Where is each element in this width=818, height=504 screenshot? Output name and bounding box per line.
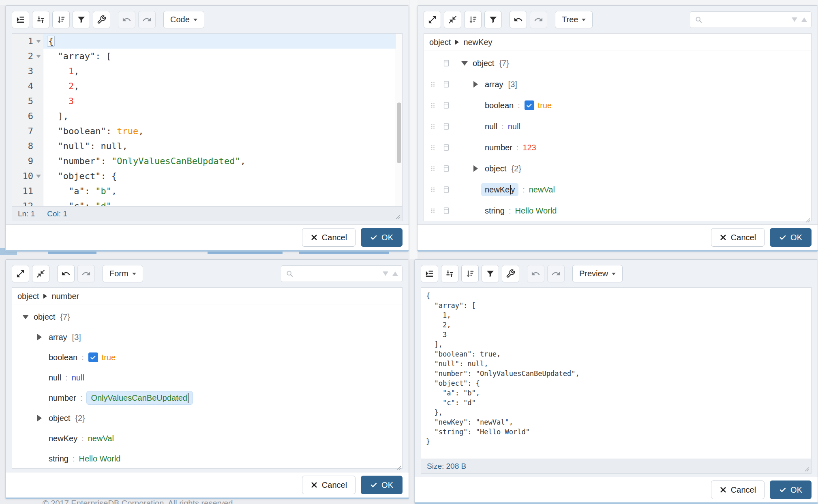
sort-button[interactable] (52, 11, 70, 28)
compact-button[interactable] (441, 265, 458, 282)
search-next-icon[interactable] (383, 271, 388, 276)
tree-row[interactable]: string : Hello World (12, 448, 402, 468)
cancel-button[interactable]: Cancel (711, 481, 764, 499)
tree-row[interactable]: object {2} (424, 158, 811, 179)
field-name[interactable]: string (485, 206, 505, 216)
redo-button[interactable] (530, 11, 547, 28)
breadcrumb-item[interactable]: object (429, 38, 451, 47)
code-line[interactable]: 9 "number": "OnlyValuesCanBeUpdated", (12, 154, 402, 169)
context-menu-button[interactable] (443, 122, 450, 131)
expand-toggle[interactable] (473, 165, 485, 172)
ok-button[interactable]: OK (361, 476, 403, 494)
format-button[interactable] (12, 11, 29, 28)
drag-handle-icon[interactable] (430, 143, 436, 152)
breadcrumb-item[interactable]: number (43, 292, 79, 301)
field-value[interactable]: Hello World (79, 454, 120, 463)
tree-row[interactable]: string : Hello World (424, 200, 811, 221)
code-line[interactable]: 5 3 (12, 94, 402, 109)
field-name[interactable]: array (485, 80, 503, 89)
code-text[interactable]: "object": { (43, 169, 402, 184)
code-text[interactable]: "array": [ (43, 49, 402, 64)
undo-button[interactable] (510, 11, 527, 28)
filter-button[interactable] (73, 11, 90, 28)
code-text[interactable]: ], (43, 109, 402, 124)
drag-handle-icon[interactable] (430, 101, 436, 109)
resize-handle[interactable] (805, 217, 811, 223)
tree-row[interactable]: object {2} (12, 408, 402, 428)
field-name[interactable]: null (485, 122, 497, 131)
code-text[interactable]: "boolean": true, (43, 124, 402, 139)
tree-row[interactable]: null : null (12, 367, 402, 388)
code-line[interactable]: 3 1, (12, 64, 402, 79)
repair-button[interactable] (502, 265, 519, 282)
fold-toggle-icon[interactable] (36, 40, 41, 43)
expand-toggle[interactable] (37, 415, 49, 421)
field-name[interactable]: number (485, 143, 512, 152)
code-area[interactable]: 1 { 2 "array": [ 3 (12, 33, 403, 207)
tree-row[interactable]: object {7} (12, 307, 402, 327)
field-value[interactable]: newVal (88, 434, 114, 443)
expand-toggle[interactable] (473, 81, 485, 88)
redo-button[interactable] (138, 11, 156, 28)
ok-button[interactable]: OK (770, 228, 812, 247)
drag-handle-icon[interactable] (430, 164, 436, 173)
field-value[interactable]: null (72, 373, 84, 382)
drag-handle-icon[interactable] (430, 80, 436, 88)
redo-button[interactable] (77, 265, 95, 282)
format-button[interactable] (421, 265, 438, 282)
resize-handle[interactable] (803, 466, 810, 472)
context-menu-button[interactable] (443, 59, 450, 68)
code-text[interactable]: "a": "b", (43, 184, 402, 199)
field-name[interactable]: object (473, 59, 494, 68)
expand-toggle[interactable] (22, 315, 34, 319)
tree-row[interactable]: newKey : newVal (424, 179, 811, 200)
tree-row[interactable]: null : null (424, 116, 811, 137)
search-previous-icon[interactable] (801, 17, 807, 22)
code-line[interactable]: 6 ], (12, 109, 402, 124)
expand-all-button[interactable] (12, 265, 29, 282)
tree-row[interactable]: number : OnlyValuesCanBeUpdated (12, 388, 402, 408)
context-menu-button[interactable] (443, 164, 450, 173)
code-text[interactable]: { (43, 34, 402, 49)
drag-handle-icon[interactable] (430, 207, 436, 215)
filter-button[interactable] (482, 265, 499, 282)
cancel-button[interactable]: Cancel (302, 476, 355, 494)
scrollbar-thumb[interactable] (397, 103, 401, 163)
expand-toggle[interactable] (461, 61, 473, 66)
code-line[interactable]: 12 "c": "d" (12, 199, 402, 207)
field-value[interactable]: 123 (522, 143, 536, 152)
code-text[interactable]: "c": "d" (43, 199, 402, 207)
tree-row[interactable]: array [3] (424, 74, 811, 95)
field-name[interactable]: boolean (485, 101, 514, 110)
code-line[interactable]: 7 "boolean": true, (12, 124, 402, 139)
resize-handle[interactable] (394, 214, 401, 220)
cancel-button[interactable]: Cancel (302, 228, 355, 247)
mode-select[interactable]: Code (163, 11, 204, 28)
code-text[interactable]: "null": null, (43, 139, 402, 154)
expand-toggle[interactable] (37, 334, 49, 340)
cancel-button[interactable]: Cancel (711, 228, 764, 247)
vertical-scrollbar[interactable] (396, 34, 402, 206)
boolean-checkbox[interactable] (88, 352, 98, 362)
code-line[interactable]: 10 "object": { (12, 169, 402, 184)
collapse-all-button[interactable] (32, 265, 49, 282)
search-input[interactable] (298, 269, 379, 279)
redo-button[interactable] (547, 265, 565, 282)
tree-row[interactable]: array [3] (12, 327, 402, 347)
sort-button[interactable] (461, 265, 479, 282)
fold-toggle-icon[interactable] (36, 175, 41, 178)
search-input[interactable] (707, 15, 788, 25)
resize-handle[interactable] (396, 464, 402, 471)
field-name-editing[interactable]: newKey (481, 183, 518, 196)
code-line[interactable]: 11 "a": "b", (12, 184, 402, 199)
field-value[interactable]: Hello World (515, 206, 557, 216)
code-text[interactable]: 2, (43, 79, 402, 94)
drag-handle-icon[interactable] (430, 186, 436, 194)
context-menu-button[interactable] (443, 101, 450, 110)
field-name[interactable]: object (485, 164, 506, 173)
undo-button[interactable] (57, 265, 75, 282)
mode-select[interactable]: Preview (572, 265, 623, 282)
search-previous-icon[interactable] (392, 271, 398, 276)
drag-handle-icon[interactable] (430, 122, 436, 130)
filter-button[interactable] (484, 11, 502, 28)
